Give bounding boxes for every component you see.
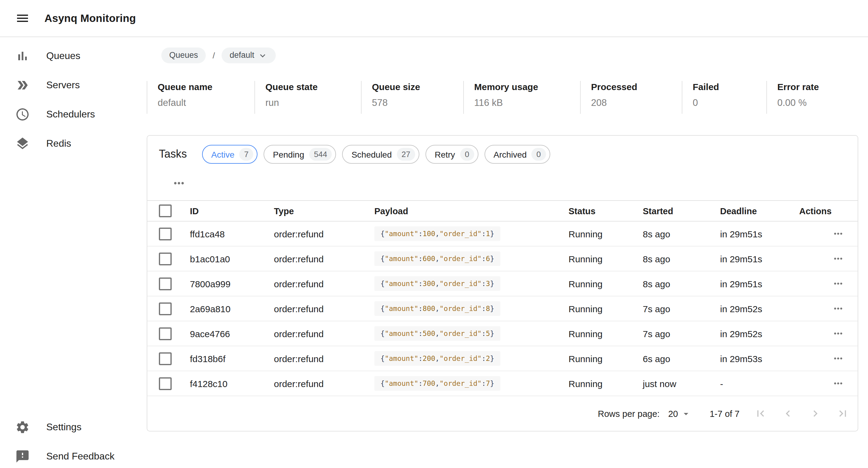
row-checkbox[interactable] [159,302,172,315]
row-actions-menu-button[interactable] [832,228,844,240]
more-horiz-icon [832,278,844,290]
row-checkbox[interactable] [159,377,172,390]
task-payload: {"amount":800,"order_id":8} [374,301,500,316]
stat-value: 578 [372,97,463,108]
pagination-bar: Rows per page: 20 1-7 of 7 [147,396,858,431]
task-actions-cell [799,271,858,296]
task-actions-cell [799,246,858,271]
bulk-actions-menu-button[interactable] [171,176,187,190]
next-page-button[interactable] [809,407,822,420]
sidebar-item-servers[interactable]: Servers [0,71,147,100]
tab-retry[interactable]: Retry0 [426,145,478,164]
task-type: order:refund [274,371,374,396]
tab-pending[interactable]: Pending544 [264,145,336,164]
row-checkbox[interactable] [159,252,172,265]
row-checkbox[interactable] [159,227,172,240]
stat-queue-state: Queue staterun [254,81,361,114]
task-payload: {"amount":700,"order_id":7} [374,376,500,391]
column-header-type: Type [274,200,374,221]
table-row: ffd1ca48order:refund{"amount":100,"order… [147,221,858,246]
task-type: order:refund [274,296,374,321]
stat-label: Failed [693,82,766,92]
breadcrumb-separator: / [213,50,215,60]
chevron-down-icon [257,50,268,61]
select-all-cell [147,200,190,221]
task-type: order:refund [274,346,374,371]
task-deadline: - [720,371,799,396]
queue-select-value: default [229,51,254,60]
row-actions-menu-button[interactable] [832,327,844,340]
last-page-button[interactable] [836,407,849,420]
rows-per-page-select[interactable]: 20 [668,408,691,419]
rows-per-page-value: 20 [668,409,678,418]
sidebar-item-send-feedback[interactable]: Send Feedback [0,442,147,468]
column-header-payload: Payload [374,200,568,221]
first-page-button[interactable] [754,407,767,420]
row-actions-menu-button[interactable] [832,253,844,265]
task-payload: {"amount":600,"order_id":6} [374,251,500,266]
task-actions-cell [799,296,858,321]
stat-value: 208 [591,97,682,108]
sidebar-item-label: Settings [46,422,82,433]
more-horiz-icon [832,377,844,389]
sidebar-item-queues[interactable]: Queues [0,41,147,71]
sidebar-item-label: Send Feedback [46,451,115,462]
task-started: 8s ago [643,271,720,296]
table-row: f4128c10order:refund{"amount":700,"order… [147,371,858,396]
clock-icon [15,107,30,122]
task-id: fd318b6f [190,346,274,371]
select-all-checkbox[interactable] [159,205,172,217]
row-checkbox[interactable] [159,327,172,340]
stat-memory-usage: Memory usage116 kB [463,81,580,114]
task-deadline: in 29m51s [720,271,799,296]
row-actions-menu-button[interactable] [832,377,844,389]
task-payload-cell: {"amount":200,"order_id":2} [374,346,568,371]
pagination-range: 1-7 of 7 [710,409,740,418]
row-actions-menu-button[interactable] [832,303,844,315]
task-deadline: in 29m52s [720,296,799,321]
breadcrumb-queues-chip[interactable]: Queues [161,47,206,63]
stat-error-rate: Error rate0.00 % [766,81,868,114]
queue-select-chip[interactable]: default [222,47,275,63]
stat-label: Queue size [372,82,463,92]
sidebar: QueuesServersSchedulersRedis SettingsSen… [0,37,147,468]
menu-button[interactable] [15,11,30,26]
sidebar-item-redis[interactable]: Redis [0,129,147,158]
task-id: 7800a999 [190,271,274,296]
tasks-heading: Tasks [159,148,187,161]
previous-page-button[interactable] [781,407,794,420]
stat-value: 116 kB [474,97,580,108]
task-actions-cell [799,346,858,371]
tab-scheduled[interactable]: Scheduled27 [342,145,420,164]
row-actions-menu-button[interactable] [832,352,844,365]
task-actions-cell [799,321,858,346]
column-header-id: ID [190,200,274,221]
stat-value: 0.00 % [777,97,868,108]
more-horiz-icon [832,327,844,340]
task-id: b1ac01a0 [190,246,274,271]
stat-value: run [266,97,361,108]
task-id: 2a69a810 [190,296,274,321]
task-started: 6s ago [643,346,720,371]
tab-count-badge: 0 [532,148,546,161]
row-actions-menu-button[interactable] [832,278,844,290]
row-checkbox[interactable] [159,352,172,365]
task-status: Running [568,321,643,346]
queue-stats-bar: Queue namedefaultQueue staterunQueue siz… [147,81,868,114]
sidebar-item-settings[interactable]: Settings [0,413,147,442]
sidebar-item-schedulers[interactable]: Schedulers [0,100,147,129]
task-deadline: in 29m51s [720,221,799,246]
task-payload-cell: {"amount":100,"order_id":1} [374,221,568,246]
row-checkbox[interactable] [159,277,172,290]
table-row: b1ac01a0order:refund{"amount":600,"order… [147,246,858,271]
stat-failed: Failed0 [682,81,766,114]
task-state-tabs: Active7Pending544Scheduled27Retry0Archiv… [202,145,550,164]
table-row: 7800a999order:refund{"amount":300,"order… [147,271,858,296]
tab-label: Archived [494,149,527,159]
tab-archived[interactable]: Archived0 [485,145,550,164]
tasks-card: Tasks Active7Pending544Scheduled27Retry0… [147,135,858,432]
tab-active[interactable]: Active7 [202,145,258,164]
task-started: 8s ago [643,221,720,246]
bar-chart-icon [15,49,30,63]
tab-count-badge: 7 [239,148,253,161]
